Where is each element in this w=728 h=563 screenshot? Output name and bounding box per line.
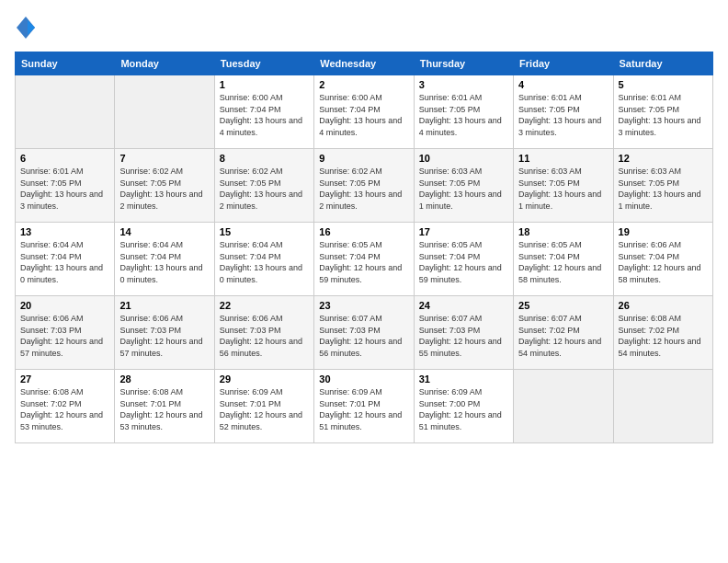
calendar-cell [613,370,712,443]
day-info: Sunrise: 6:08 AMSunset: 7:02 PMDaylight:… [20,386,109,432]
day-number: 27 [20,373,109,385]
calendar-cell: 1Sunrise: 6:00 AMSunset: 7:04 PMDaylight… [214,75,313,149]
calendar-cell: 27Sunrise: 6:08 AMSunset: 7:02 PMDayligh… [16,370,115,443]
day-number: 15 [220,226,309,237]
calendar-cell: 21Sunrise: 6:06 AMSunset: 7:03 PMDayligh… [115,296,214,370]
day-number: 7 [119,153,209,164]
day-number: 13 [20,226,109,237]
day-number: 20 [20,300,109,311]
day-info: Sunrise: 6:01 AMSunset: 7:05 PMDaylight:… [20,166,109,212]
day-number: 5 [619,79,708,90]
day-number: 3 [419,79,508,90]
day-number: 14 [119,226,209,237]
calendar-body: 1Sunrise: 6:00 AMSunset: 7:04 PMDaylight… [16,75,713,443]
calendar-cell: 31Sunrise: 6:09 AMSunset: 7:00 PMDayligh… [414,370,513,443]
day-number: 29 [220,373,309,385]
calendar-cell: 12Sunrise: 6:03 AMSunset: 7:05 PMDayligh… [613,149,712,223]
calendar-cell: 20Sunrise: 6:06 AMSunset: 7:03 PMDayligh… [16,296,115,370]
weekday-header-wednesday: Wednesday [314,52,414,75]
calendar-cell: 2Sunrise: 6:00 AMSunset: 7:04 PMDaylight… [314,75,414,149]
day-info: Sunrise: 6:03 AMSunset: 7:05 PMDaylight:… [518,166,608,212]
calendar-cell: 26Sunrise: 6:08 AMSunset: 7:02 PMDayligh… [613,296,712,370]
calendar-cell: 23Sunrise: 6:07 AMSunset: 7:03 PMDayligh… [314,296,414,370]
day-number: 11 [518,153,608,164]
calendar-week-3: 13Sunrise: 6:04 AMSunset: 7:04 PMDayligh… [16,223,713,296]
calendar-cell: 8Sunrise: 6:02 AMSunset: 7:05 PMDaylight… [214,149,313,223]
calendar-cell: 13Sunrise: 6:04 AMSunset: 7:04 PMDayligh… [16,223,115,296]
calendar-week-4: 20Sunrise: 6:06 AMSunset: 7:03 PMDayligh… [16,296,713,370]
day-info: Sunrise: 6:03 AMSunset: 7:05 PMDaylight:… [419,166,508,212]
calendar-cell: 3Sunrise: 6:01 AMSunset: 7:05 PMDaylight… [414,75,513,149]
weekday-header-saturday: Saturday [613,52,712,75]
calendar-week-2: 6Sunrise: 6:01 AMSunset: 7:05 PMDaylight… [16,149,713,223]
day-info: Sunrise: 6:07 AMSunset: 7:02 PMDaylight:… [518,313,608,359]
calendar-cell: 17Sunrise: 6:05 AMSunset: 7:04 PMDayligh… [414,223,513,296]
day-info: Sunrise: 6:03 AMSunset: 7:05 PMDaylight:… [619,166,708,212]
weekday-header-sunday: Sunday [16,52,115,75]
day-number: 24 [419,300,508,311]
weekday-header-friday: Friday [514,52,613,75]
day-info: Sunrise: 6:08 AMSunset: 7:02 PMDaylight:… [619,313,708,359]
day-info: Sunrise: 6:00 AMSunset: 7:04 PMDaylight:… [319,92,408,138]
weekday-header-thursday: Thursday [414,52,513,75]
calendar-cell [115,75,214,149]
calendar-cell: 25Sunrise: 6:07 AMSunset: 7:02 PMDayligh… [514,296,613,370]
calendar-cell: 14Sunrise: 6:04 AMSunset: 7:04 PMDayligh… [115,223,214,296]
day-info: Sunrise: 6:01 AMSunset: 7:05 PMDaylight:… [518,92,608,138]
calendar-cell: 30Sunrise: 6:09 AMSunset: 7:01 PMDayligh… [314,370,414,443]
day-number: 23 [319,300,408,311]
calendar-cell: 4Sunrise: 6:01 AMSunset: 7:05 PMDaylight… [514,75,613,149]
calendar-week-1: 1Sunrise: 6:00 AMSunset: 7:04 PMDaylight… [16,75,713,149]
day-info: Sunrise: 6:06 AMSunset: 7:03 PMDaylight:… [119,313,209,359]
day-number: 1 [220,79,309,90]
calendar-cell: 5Sunrise: 6:01 AMSunset: 7:05 PMDaylight… [613,75,712,149]
calendar-cell: 29Sunrise: 6:09 AMSunset: 7:01 PMDayligh… [214,370,313,443]
calendar-cell: 18Sunrise: 6:05 AMSunset: 7:04 PMDayligh… [514,223,613,296]
day-info: Sunrise: 6:08 AMSunset: 7:01 PMDaylight:… [119,386,209,432]
calendar-cell: 24Sunrise: 6:07 AMSunset: 7:03 PMDayligh… [414,296,513,370]
day-info: Sunrise: 6:02 AMSunset: 7:05 PMDaylight:… [319,166,408,212]
day-number: 12 [619,153,708,164]
day-info: Sunrise: 6:06 AMSunset: 7:03 PMDaylight:… [20,313,109,359]
weekday-header-monday: Monday [115,52,214,75]
day-number: 6 [20,153,109,164]
calendar-cell: 22Sunrise: 6:06 AMSunset: 7:03 PMDayligh… [214,296,313,370]
weekday-header-tuesday: Tuesday [214,52,313,75]
day-info: Sunrise: 6:01 AMSunset: 7:05 PMDaylight:… [419,92,508,138]
calendar-cell [514,370,613,443]
day-number: 26 [619,300,708,311]
calendar-cell: 11Sunrise: 6:03 AMSunset: 7:05 PMDayligh… [514,149,613,223]
svg-marker-1 [28,20,35,35]
logo-icon [15,15,37,40]
calendar-cell: 10Sunrise: 6:03 AMSunset: 7:05 PMDayligh… [414,149,513,223]
day-number: 31 [419,373,508,385]
day-info: Sunrise: 6:04 AMSunset: 7:04 PMDaylight:… [20,239,109,285]
day-number: 30 [319,373,408,385]
day-info: Sunrise: 6:04 AMSunset: 7:04 PMDaylight:… [119,239,209,285]
day-number: 8 [220,153,309,164]
day-number: 2 [319,79,408,90]
day-info: Sunrise: 6:04 AMSunset: 7:04 PMDaylight:… [220,239,309,285]
calendar-cell: 9Sunrise: 6:02 AMSunset: 7:05 PMDaylight… [314,149,414,223]
day-info: Sunrise: 6:06 AMSunset: 7:04 PMDaylight:… [619,239,708,285]
day-info: Sunrise: 6:00 AMSunset: 7:04 PMDaylight:… [220,92,309,138]
day-number: 18 [518,226,608,237]
day-info: Sunrise: 6:02 AMSunset: 7:05 PMDaylight:… [220,166,309,212]
calendar-week-5: 27Sunrise: 6:08 AMSunset: 7:02 PMDayligh… [16,370,713,443]
calendar-cell: 7Sunrise: 6:02 AMSunset: 7:05 PMDaylight… [115,149,214,223]
day-info: Sunrise: 6:09 AMSunset: 7:00 PMDaylight:… [419,386,508,432]
day-number: 4 [518,79,608,90]
day-number: 19 [619,226,708,237]
calendar-cell: 15Sunrise: 6:04 AMSunset: 7:04 PMDayligh… [214,223,313,296]
weekday-row: SundayMondayTuesdayWednesdayThursdayFrid… [16,52,713,75]
day-info: Sunrise: 6:09 AMSunset: 7:01 PMDaylight:… [220,386,309,432]
calendar-table: SundayMondayTuesdayWednesdayThursdayFrid… [15,52,713,443]
day-info: Sunrise: 6:07 AMSunset: 7:03 PMDaylight:… [419,313,508,359]
day-info: Sunrise: 6:06 AMSunset: 7:03 PMDaylight:… [220,313,309,359]
page-header [15,15,713,40]
day-number: 22 [220,300,309,311]
calendar-cell: 19Sunrise: 6:06 AMSunset: 7:04 PMDayligh… [613,223,712,296]
day-number: 25 [518,300,608,311]
logo [15,15,40,40]
day-number: 17 [419,226,508,237]
